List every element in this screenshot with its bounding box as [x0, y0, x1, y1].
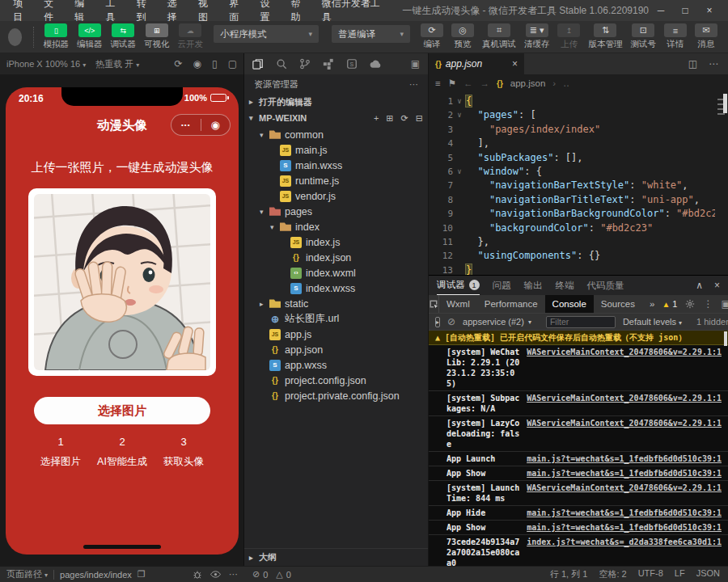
problems-counter[interactable]: ⊘0 △0 [244, 569, 291, 580]
console-source-link[interactable]: WAServiceMainContext_20478606&v=2.29.1:1 [527, 483, 722, 504]
tree-item-project.config.json[interactable]: {}project.config.json [244, 373, 428, 388]
panel-tab-问题[interactable]: 问题 [493, 276, 511, 295]
hot-reload-toggle[interactable]: 热重载 开▾ [95, 58, 139, 70]
tree-item-vendor.js[interactable]: JSvendor.js [244, 188, 428, 204]
console-source-link[interactable]: index.js?t=wechat&s=_d2da338fee6ca30d1:1 [527, 537, 722, 566]
tree-item-app.js[interactable]: JSapp.js [244, 327, 428, 342]
console-source-link[interactable]: main.js?t=wechat&s=1_1fedbfb6d0d510c39:1 [527, 453, 722, 464]
code-line-3[interactable]: 3 "pages/index/index" [429, 123, 728, 137]
code-line-6[interactable]: 6∨ "window": { [429, 165, 728, 179]
console-scrollbar[interactable] [724, 331, 727, 346]
editor-scrollbar[interactable] [723, 94, 727, 113]
collapse-folders-icon[interactable]: ⊟ [416, 113, 423, 124]
open-editors-section[interactable]: ▸ 打开的编辑器 [244, 94, 428, 110]
close-panel-icon[interactable]: × [714, 280, 720, 291]
tree-item-index.json[interactable]: {}index.json [244, 250, 428, 265]
console-sidebar-icon[interactable]: ▸ [435, 317, 440, 327]
code-editor[interactable]: 1∨{2∨ "pages": [3 "pages/index/index"4 ]… [429, 92, 728, 275]
fold-icon[interactable]: ∨ [453, 165, 466, 179]
tree-item-站长图库.url[interactable]: ⊕站长图库.url [244, 311, 428, 327]
cloud-icon[interactable] [370, 60, 382, 69]
tree-item-index.wxml[interactable]: ‹›index.wxml [244, 265, 428, 280]
eye-icon[interactable] [210, 571, 221, 578]
warning-count-badge[interactable]: ▲ 1 [662, 299, 677, 309]
console-source-link[interactable]: WAServiceMainContext_20478606&v=2.29.1:1 [527, 393, 722, 414]
log-levels-dropdown[interactable]: Default levels ▾ [623, 317, 682, 327]
clear-console-icon[interactable]: ⊘ [447, 316, 455, 327]
fold-icon[interactable]: ∨ [453, 95, 466, 108]
collapse-panel-icon[interactable]: ∧ [696, 280, 703, 291]
extensions-icon[interactable] [323, 58, 334, 70]
tree-item-main.wxss[interactable]: Smain.wxss [244, 158, 428, 173]
toolbar-button-详情[interactable]: ≡详情 [664, 23, 687, 50]
devtools-tab-Performance[interactable]: Performance [477, 295, 545, 313]
nav-forward-icon[interactable]: → [480, 78, 490, 88]
tree-item-main.js[interactable]: JSmain.js [244, 142, 428, 158]
new-file-icon[interactable]: + [374, 113, 379, 124]
devtools-tab-»[interactable]: » [642, 295, 662, 313]
toolbar-button-预览[interactable]: ◎预览 [451, 23, 474, 50]
phone-frame-icon[interactable]: ▯ [212, 58, 218, 70]
statusbar-more-icon[interactable]: ⋯ [229, 569, 238, 580]
panel-tab-输出[interactable]: 输出 [524, 276, 543, 295]
close-tab-icon[interactable]: × [512, 58, 518, 70]
fold-icon[interactable]: ∨ [453, 108, 466, 122]
tree-item-common[interactable]: ▾common [244, 127, 428, 142]
cursor-position[interactable]: 行 1, 列 1 [550, 568, 587, 580]
console-source-link[interactable]: WAServiceMainContext_20478606&v=2.29.1:1 [527, 418, 722, 449]
snippets-icon[interactable]: S [346, 58, 358, 70]
split-editor-icon[interactable]: ◫ [688, 58, 697, 70]
toolbar-button-模拟器[interactable]: ▯模拟器 [43, 23, 69, 50]
tab-app-json[interactable]: {} app.json × [429, 53, 524, 74]
language-mode[interactable]: JSON [696, 568, 720, 580]
window-mode-icon[interactable]: ▢ [228, 58, 237, 70]
panel-tab-调试器[interactable]: 调试器1 [437, 276, 480, 295]
page-path-dropdown[interactable]: 页面路径 ▾ [6, 568, 48, 580]
editor-more-icon[interactable]: ⋯ [709, 58, 718, 70]
tree-item-index[interactable]: ▾index [244, 219, 428, 234]
code-line-7[interactable]: 7 "navigationBarTextStyle": "white", [429, 179, 728, 192]
capsule-menu[interactable]: ••• ◉ [171, 114, 231, 136]
console-source-link[interactable]: main.js?t=wechat&s=1_1fedbfb6d0d510c39:1 [527, 468, 722, 479]
code-line-13[interactable]: 13} [429, 264, 728, 275]
tree-item-static[interactable]: ▸static [244, 296, 428, 311]
new-folder-icon[interactable]: ⊞ [386, 113, 393, 124]
devtools-tab-Sources[interactable]: Sources [594, 295, 642, 313]
source-control-icon[interactable] [299, 58, 311, 70]
console-source-link[interactable]: WAServiceMainContext_20478606&v=2.29.1:1 [527, 347, 722, 389]
tree-item-index.wxss[interactable]: Sindex.wxss [244, 280, 428, 296]
devtools-tab-Console[interactable]: Console [545, 295, 594, 313]
tree-item-app.json[interactable]: {}app.json [244, 342, 428, 357]
close-icon[interactable]: × [697, 5, 722, 16]
toolbar-button-可视化[interactable]: ⊞可视化 [144, 23, 170, 50]
devtools-tab-Wxml[interactable]: Wxml [439, 295, 477, 313]
toolbar-button-清缓存[interactable]: ≣ ▾清缓存 [524, 23, 550, 50]
project-root-section[interactable]: ▾ MP-WEIXIN + ⊞ ⟳ ⊟ [244, 110, 428, 126]
outline-section[interactable]: ▸ 大纲 [244, 548, 428, 566]
files-icon[interactable] [252, 58, 264, 70]
tree-item-project.private.config.json[interactable]: {}project.private.config.json [244, 388, 428, 403]
collapse-sidebar-icon[interactable]: ▣ [411, 58, 420, 70]
choose-image-button[interactable]: 选择图片 [34, 397, 210, 424]
panel-tab-终端[interactable]: 终端 [556, 276, 574, 295]
mode-dropdown[interactable]: 小程序模式 ▾ [214, 25, 319, 43]
toolbar-button-测试号[interactable]: ⊡测试号 [630, 23, 656, 50]
toolbar-button-调试器[interactable]: ⇆调试器 [110, 23, 136, 50]
bookmark-icon[interactable]: ⚑ [448, 78, 456, 89]
device-selector[interactable]: iPhone X 100% 16▾ [6, 59, 86, 69]
dock-side-icon[interactable]: ▣ [721, 298, 728, 310]
code-line-8[interactable]: 8 "navigationBarTitleText": "uni-app", [429, 193, 728, 207]
inspect-element-icon[interactable] [429, 295, 439, 313]
more-actions-icon[interactable]: ⋯ [409, 79, 418, 90]
capsule-close-icon[interactable]: ◉ [201, 119, 231, 131]
tree-item-runtime.js[interactable]: JSruntime.js [244, 173, 428, 188]
eol-setting[interactable]: LF [675, 568, 685, 580]
kebab-menu-icon[interactable]: ⋮ [703, 298, 713, 310]
nav-back-icon[interactable]: ← [463, 78, 473, 88]
code-line-9[interactable]: 9 "navigationBarBackgroundColor": "#bd2c… [429, 207, 728, 221]
tree-item-pages[interactable]: ▾pages [244, 204, 428, 219]
outline-list-icon[interactable]: ≡ [435, 78, 441, 88]
user-avatar[interactable] [8, 28, 22, 46]
console-source-link[interactable]: main.js?t=wechat&s=1_1fedbfb6d0d510c39:1 [527, 508, 722, 518]
toolbar-button-编译[interactable]: ⟳编译 [421, 23, 443, 50]
